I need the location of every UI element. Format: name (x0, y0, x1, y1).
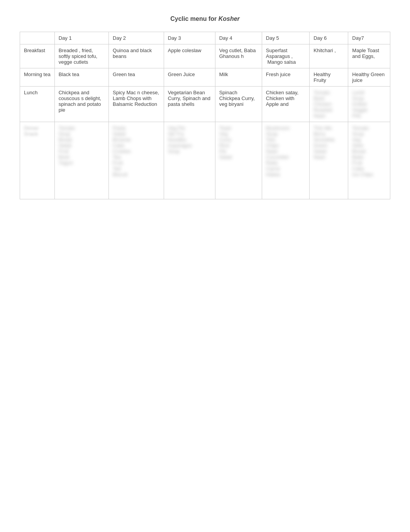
row-label-blurred: DinnerSnack (20, 122, 55, 199)
header-day6: Day 6 (310, 32, 348, 44)
table-row: Morning tea Black tea Green tea Green Ju… (20, 68, 390, 87)
header-day5: Day 5 (262, 32, 309, 44)
breakfast-day5: Superfast Asparagus , Mango salsa (262, 44, 309, 68)
breakfast-day7: Maple Toast and Eggs, (348, 44, 390, 68)
lunch-day6: TomatoBasilChickenRoastedNaan (310, 87, 348, 122)
morning-tea-day5: Fresh juice (262, 68, 309, 87)
row-label-lunch: Lunch (20, 87, 55, 122)
header-day3: Day 3 (164, 32, 215, 44)
blurred-day5: MushroomSoupTofuChipsNaanCucumberRaitaCa… (262, 122, 309, 199)
table-row: Lunch Chickpea and couscous s delight, s… (20, 87, 390, 122)
blurred-day4: ToastVegCurryRicePieSalad (215, 122, 262, 199)
morning-tea-day1: Black tea (54, 68, 108, 87)
header-day7: Day7 (348, 32, 390, 44)
header-day1: Day 1 (54, 32, 108, 44)
blurred-day6: This WeBerrySmoothieGreenSaladNaan (310, 122, 348, 199)
blurred-day1: TomatoSoupBreadSaladFruitBowlYogurt (54, 122, 108, 199)
lunch-day4: Spinach Chickpea Curry, veg biryani (215, 87, 262, 122)
lunch-day1: Chickpea and couscous s delight, spinach… (54, 87, 108, 122)
breakfast-day4: Veg cutlet, Baba Ghanous h (215, 44, 262, 68)
morning-tea-day2: Green tea (109, 68, 164, 87)
title-suffix: Kosher (219, 15, 240, 22)
breakfast-day6: Khitchari , (310, 44, 348, 68)
morning-tea-day6: Healthy Fruity (310, 68, 348, 87)
row-label-breakfast: Breakfast (20, 44, 55, 68)
lunch-day2: Spicy Mac n cheese, Lamb Chops with Bals… (109, 87, 164, 122)
breakfast-day3: Apple coleslaw (164, 44, 215, 68)
page-title: Cyclic menu for Kosher (12, 15, 398, 22)
lunch-day5: Chicken satay, Chicken with Apple and (262, 87, 309, 122)
header-day2: Day 2 (109, 32, 164, 44)
header-day4: Day 4 (215, 32, 262, 44)
blurred-day2: PastaSaladBrownieCakeCookiesTeaFruitTart… (109, 122, 164, 199)
blurred-day3: Veg PieStir FryNoodlesAsparagusSoup (164, 122, 215, 199)
table-row: DinnerSnack TomatoSoupBreadSaladFruitBow… (20, 122, 390, 199)
morning-tea-day4: Milk (215, 68, 262, 87)
row-label-morning-tea: Morning tea (20, 68, 55, 87)
table-row: Breakfast Breaded , fried, softly spiced… (20, 44, 390, 68)
breakfast-day1: Breaded , fried, softly spiced tofu, veg… (54, 44, 108, 68)
menu-table: Day 1 Day 2 Day 3 Day 4 Day 5 Day 6 Day7… (20, 32, 390, 199)
morning-tea-day3: Green Juice (164, 68, 215, 87)
title-prefix: Cyclic menu for (170, 15, 217, 22)
breakfast-day2: Quinoa and black beans (109, 44, 164, 68)
header-empty (20, 32, 55, 44)
blurred-day7: TomatoSoupVegStewBreadBakeFruitCakeIce C… (348, 122, 390, 199)
lunch-day3: Vegetarian Bean Curry, Spinach and pasta… (164, 87, 215, 122)
lunch-day7: LentilSoupGrilledVeggiePita (348, 87, 390, 122)
morning-tea-day7: Healthy Green juice (348, 68, 390, 87)
